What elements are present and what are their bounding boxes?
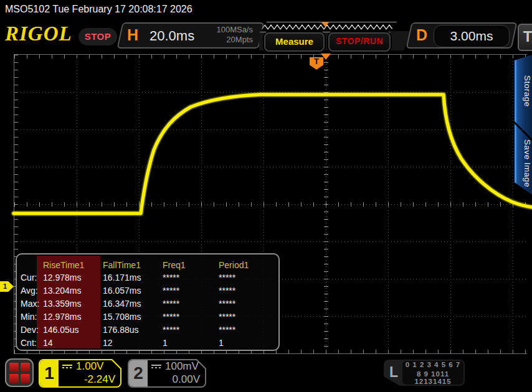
meas-cell: 12.978ms [43,271,103,284]
meas-cell: ***** [163,284,219,297]
memory-depth: 20Mpts [216,35,253,45]
meas-cell: 16.057ms [103,284,163,297]
meas-cell: 1 [163,337,219,350]
meas-cell: 12 [103,337,163,350]
meas-cell: ***** [219,310,271,324]
logic-channels: 0 1 2 3 4 5 6 7 8 9 1011 12131415 [402,361,463,385]
measurement-grid: RiseTime1 FallTime1 Freq1 Period1 Cur: 1… [21,258,271,350]
timebase-value: 20.0ms [150,28,194,44]
rigol-logo: RIGOL [5,22,72,45]
meas-cell: ***** [219,324,271,337]
meas-cell: 13.359ms [43,297,103,310]
grid-line [14,129,527,130]
meas-cell: 16.347ms [103,297,163,310]
delay-position-marker[interactable] [321,22,329,27]
ch2-offset: 0.00V [173,373,200,386]
ch1-ground-marker[interactable]: 1 [0,281,14,292]
meas-cell: 1 [219,337,271,350]
horizontal-timebase-block[interactable]: H 20.0ms 100MSa/s 20Mpts [120,22,262,49]
meas-row-label: Cur: [21,271,43,284]
stop-run-button[interactable]: STOP/RUN [328,32,391,52]
dc-coupling-icon [62,365,72,368]
grid-icon-square [9,363,19,372]
ch1-scale: 1.00V [76,360,103,373]
ch2-number: 2 [129,360,148,386]
dc-coupling-icon [151,365,161,368]
d-label: D [416,26,427,44]
logic-analyzer-badge[interactable]: L 0 1 2 3 4 5 6 7 8 9 1011 12131415 [384,360,465,386]
meas-cell: 176.88us [103,324,163,337]
delay-value: 3.00ms [434,25,510,47]
meas-corner [21,258,43,271]
meas-cell: ***** [219,297,271,310]
meas-cell: 146.05us [43,324,103,337]
meas-row-label: Max: [21,297,43,310]
grid-icon-square [21,363,30,372]
meas-row-label: Cnt: [21,337,43,350]
sample-rate: 100MSa/s [216,25,253,35]
meas-cell: ***** [163,271,219,284]
channel-2-badge[interactable]: 2 100mV 0.00V [128,359,206,388]
grid-icon-square [9,374,19,383]
sample-rate-block: 100MSa/s 20Mpts [216,25,253,45]
measurement-panel[interactable]: RiseTime1 FallTime1 Freq1 Period1 Cur: 1… [16,253,280,351]
h-label: H [127,26,138,44]
meas-cell: 12.978ms [43,310,103,324]
meas-row-label: Dev: [21,324,43,337]
logic-channels-row1: 0 1 2 3 4 5 6 7 [402,361,463,368]
meas-cell: ***** [219,284,271,297]
measure-button[interactable]: Measure [264,32,325,52]
meas-cell: 13.204ms [43,284,103,297]
meas-cell: 16.171ms [103,271,163,284]
logic-channels-row2: 8 9 1011 12131415 [402,370,463,385]
status-bar-title: MSO5102 Tue February 17 20:08:17 2026 [0,0,532,19]
meas-cell: ***** [219,271,271,284]
ch1-offset: -2.24V [84,373,115,386]
acquisition-status-badge: STOP [78,28,117,45]
grid-icon-square [21,374,30,383]
meas-cell: ***** [163,297,219,310]
meas-cell: ***** [163,310,219,324]
meas-row-label: Min: [21,310,43,324]
grid-line [14,167,527,167]
meas-cell: 14 [43,337,103,350]
trigger-menu-button[interactable]: T [518,24,532,51]
meas-cell: ***** [163,324,219,337]
center-horizontal-ticks [14,202,527,207]
menu-grid-icon[interactable] [5,358,34,387]
trigger-delay-block[interactable]: D 3.00ms [409,22,515,49]
meas-cell: 15.708ms [103,310,163,324]
ch2-scale: 100mV [165,360,199,373]
ch1-number: 1 [40,360,59,386]
channel-1-badge[interactable]: 1 1.00V -2.24V [39,359,121,388]
meas-row-label: Avg: [21,284,43,297]
grid-line [14,92,527,93]
logic-label: L [389,364,398,381]
grid-line [14,241,527,242]
center-vertical-ticks [324,55,328,353]
